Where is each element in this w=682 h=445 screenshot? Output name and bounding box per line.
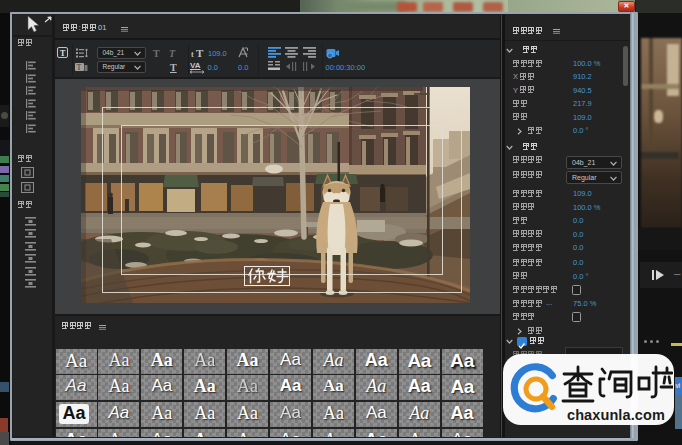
svg-text:T: T: [77, 63, 82, 72]
